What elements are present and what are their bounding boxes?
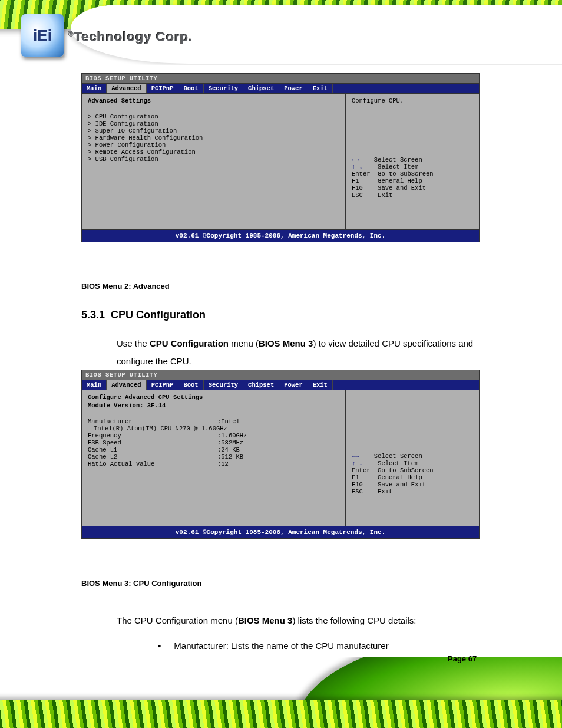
registered-icon: ® — [68, 30, 74, 38]
submenu-remote[interactable]: > Remote Access Configuration — [88, 149, 339, 156]
submenu-hwhealth[interactable]: > Hardware Health Configuration — [88, 134, 339, 141]
brand-text: ®®Technology Corp.Technology Corp. — [68, 31, 193, 44]
item-hint — [352, 394, 473, 453]
bios-left-pane: Configure Advanced CPU Settings Module V… — [82, 390, 346, 526]
bios-tab-strip: Main Advanced PCIPnP Boot Security Chips… — [82, 84, 479, 94]
section-heading: Advanced Settings — [88, 97, 339, 104]
cpu-l1: Cache L1:24 KB — [88, 446, 339, 453]
key-help: ←→ Select Screen ↑ ↓ Select Item Enter G… — [352, 453, 473, 495]
tab-advanced[interactable]: Advanced — [107, 380, 146, 390]
arrows-horizontal-icon: ←→ — [352, 156, 359, 163]
bios-right-pane: ←→ Select Screen ↑ ↓ Select Item Enter G… — [346, 390, 479, 526]
bios-title: BIOS SETUP UTILITY — [82, 370, 479, 380]
bios-footer: v02.61 ©Copyright 1985-2006, American Me… — [82, 526, 479, 538]
submenu-usb[interactable]: > USB Configuration — [88, 156, 339, 163]
tab-chipset[interactable]: Chipset — [243, 84, 279, 93]
figure-caption-2: BIOS Menu 3: CPU Configuration — [81, 579, 480, 588]
tab-advanced[interactable]: Advanced — [107, 84, 146, 93]
cpu-frequency: Frequency:1.60GHz — [88, 432, 339, 439]
pcb-texture-bottom — [0, 700, 562, 728]
iei-logo: iEi — [21, 14, 64, 57]
figure-caption-1: BIOS Menu 2: Advanced — [81, 282, 480, 291]
divider — [88, 413, 339, 413]
key-help: ←→ Select Screen ↑ ↓ Select Item Enter G… — [352, 156, 473, 199]
item-hint: Configure CPU. — [352, 97, 473, 156]
arrows-horizontal-icon: ←→ — [352, 453, 359, 460]
bios-tab-strip: Main Advanced PCIPnP Boot Security Chips… — [82, 380, 479, 390]
cpu-ratio: Ratio Actual Value:12 — [88, 460, 339, 467]
bullet-manufacturer: ▪Manufacturer: Lists the name of the CPU… — [158, 638, 389, 654]
tab-security[interactable]: Security — [204, 84, 243, 93]
arrows-vertical-icon: ↑ ↓ — [352, 163, 363, 170]
tab-pcipnp[interactable]: PCIPnP — [147, 380, 179, 390]
divider — [88, 108, 339, 108]
cpu-l2: Cache L2:512 KB — [88, 453, 339, 460]
tab-power[interactable]: Power — [279, 84, 308, 93]
section-heading: Configure Advanced CPU Settings — [88, 394, 339, 401]
bios-left-pane: Advanced Settings > CPU Configuration > … — [82, 94, 346, 229]
tab-main[interactable]: Main — [82, 380, 107, 390]
tab-chipset[interactable]: Chipset — [243, 380, 279, 390]
body-paragraph-2: The CPU Configuration menu (BIOS Menu 3)… — [117, 612, 488, 630]
section-heading-531: 5.3.1 CPU Configuration — [81, 309, 206, 321]
bios-panel-advanced: BIOS SETUP UTILITY Main Advanced PCIPnP … — [81, 73, 480, 242]
tab-main[interactable]: Main — [82, 84, 107, 93]
tab-exit[interactable]: Exit — [308, 84, 333, 93]
bios-panel-cpu-config: BIOS SETUP UTILITY Main Advanced PCIPnP … — [81, 370, 480, 539]
tab-boot[interactable]: Boot — [178, 380, 203, 390]
bios-title: BIOS SETUP UTILITY — [82, 74, 479, 84]
tab-boot[interactable]: Boot — [178, 84, 203, 93]
module-version: Module Version: 3F.14 — [88, 402, 339, 409]
bios-right-pane: Configure CPU. ←→ Select Screen ↑ ↓ Sele… — [346, 94, 479, 229]
page-number: Page 67 — [448, 654, 477, 663]
cpu-brand-string: Intel(R) Atom(TM) CPU N270 @ 1.60GHz — [88, 425, 339, 432]
bios-footer: v02.61 ©Copyright 1985-2006, American Me… — [82, 229, 479, 242]
submenu-cpu[interactable]: > CPU Configuration — [88, 113, 339, 120]
submenu-ide[interactable]: > IDE Configuration — [88, 120, 339, 127]
bullet-icon: ▪ — [158, 641, 161, 651]
tab-exit[interactable]: Exit — [308, 380, 333, 390]
tab-pcipnp[interactable]: PCIPnP — [147, 84, 179, 93]
header-banner: iEi ®®Technology Corp.Technology Corp. — [0, 0, 562, 65]
tab-power[interactable]: Power — [279, 380, 308, 390]
cpu-fsb: FSB Speed:532MHz — [88, 439, 339, 446]
bullet-list: ▪Manufacturer: Lists the name of the CPU… — [158, 638, 389, 654]
arrows-vertical-icon: ↑ ↓ — [352, 460, 363, 467]
footer-banner — [0, 657, 562, 728]
body-paragraph-1: Use the CPU Configuration menu (BIOS Men… — [117, 335, 488, 370]
cpu-manufacturer: Manufacturer:Intel — [88, 418, 339, 425]
submenu-power[interactable]: > Power Configuration — [88, 141, 339, 149]
submenu-superio[interactable]: > Super IO Configuration — [88, 127, 339, 134]
tab-security[interactable]: Security — [204, 380, 243, 390]
